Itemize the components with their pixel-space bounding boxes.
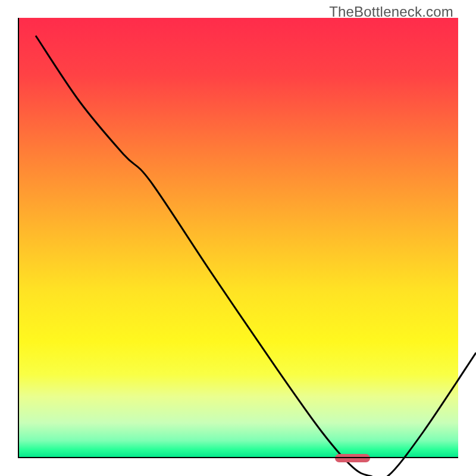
optimal-marker xyxy=(335,454,370,462)
chart-container xyxy=(18,18,458,458)
curve-svg xyxy=(36,36,476,476)
bottleneck-curve xyxy=(36,36,476,476)
x-axis xyxy=(18,457,458,458)
y-axis xyxy=(18,18,19,458)
